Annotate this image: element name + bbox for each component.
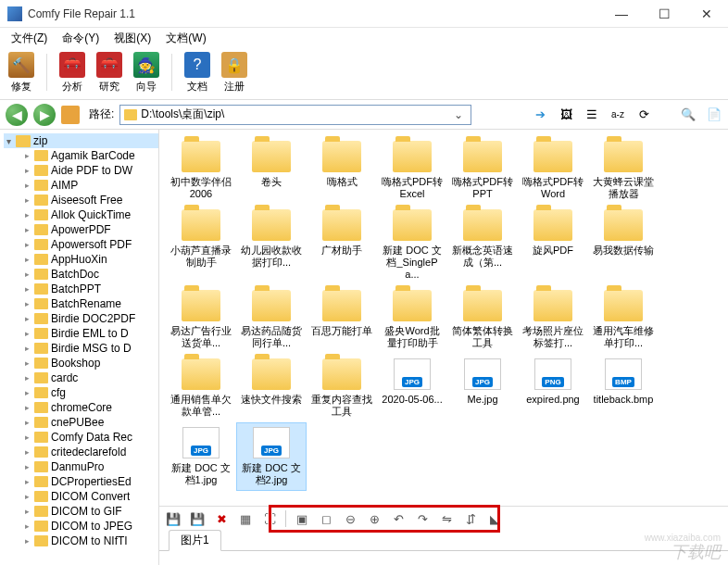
file-item[interactable]: 简体繁体转换工具 (448, 286, 517, 353)
file-grid[interactable]: 初中数学伴侣2006卷头嗨格式嗨格式PDF转Excel嗨格式PDF转PPT嗨格式… (159, 130, 728, 506)
tree-item[interactable]: ▸Bookshop (22, 356, 158, 370)
tool-analyze[interactable]: 🧰 分析 (56, 52, 88, 94)
file-item[interactable]: JPG2020-05-06... (378, 355, 446, 421)
file-item[interactable]: 易达药品随货同行单... (237, 286, 306, 353)
expand-icon[interactable]: ▸ (22, 166, 31, 175)
expand-icon[interactable]: ▸ (22, 373, 31, 383)
expand-icon[interactable]: ▸ (22, 210, 31, 220)
expand-icon[interactable]: ▸ (22, 344, 31, 353)
file-item[interactable]: JPGMe.jpg (448, 355, 517, 421)
path-input[interactable] (141, 108, 450, 121)
expand-icon[interactable]: ▸ (22, 536, 31, 546)
crop-icon[interactable]: ◣ (486, 510, 503, 527)
file-item[interactable]: 速快文件搜索 (237, 355, 306, 421)
tree-item[interactable]: ▸cnePUBee (22, 415, 158, 430)
tree-item[interactable]: ▸Birdie EML to D (22, 326, 158, 341)
tree-item[interactable]: ▸Agamik BarCode (22, 148, 158, 163)
expand-icon[interactable]: ▸ (22, 521, 31, 531)
tree-item[interactable]: ▸Aiseesoft Free (22, 193, 158, 207)
delete-icon[interactable]: ✖ (213, 510, 230, 527)
zoom-in-icon[interactable]: ⊕ (366, 510, 383, 527)
file-item[interactable]: 幼儿园收款收据打印... (237, 206, 306, 284)
expand-icon[interactable]: ▸ (22, 462, 31, 471)
file-item[interactable]: 盛央Word批量打印助手 (378, 286, 446, 353)
path-dropdown-icon[interactable]: ⌄ (450, 108, 467, 121)
refresh-icon[interactable]: ⟳ (635, 107, 652, 123)
expand-icon[interactable]: ▸ (22, 299, 31, 308)
view-list-icon[interactable]: ☰ (584, 107, 600, 123)
sort-icon[interactable]: a-z (609, 107, 626, 123)
tree-item[interactable]: ▸DICOM to JPEG (22, 519, 158, 534)
expand-icon[interactable]: ▸ (22, 151, 31, 160)
options-icon[interactable]: 📄 (706, 107, 722, 123)
preview-tab-1[interactable]: 图片1 (169, 530, 221, 551)
expand-icon[interactable]: ▸ (22, 477, 31, 486)
file-item[interactable]: BMPtitleback.bmp (589, 355, 658, 421)
actual-size-icon[interactable]: ◻ (318, 510, 334, 527)
file-item[interactable]: 嗨格式 (308, 137, 376, 204)
expand-icon[interactable]: ▸ (22, 388, 31, 397)
tree-root[interactable]: ▾ zip (4, 133, 158, 148)
expand-icon[interactable]: ▸ (22, 255, 31, 264)
go-icon[interactable]: ➔ (532, 107, 548, 123)
file-item[interactable]: 易我数据传输 (589, 206, 658, 284)
menu-file[interactable]: 文件(Z) (4, 29, 55, 48)
expand-icon[interactable]: ▸ (22, 329, 31, 338)
tree-item[interactable]: ▸DCPropertiesEd (22, 474, 158, 489)
tree-item[interactable]: ▸Apowersoft PDF (22, 237, 158, 252)
file-item[interactable]: PNGexpired.png (519, 355, 587, 421)
expand-icon[interactable]: ▸ (22, 181, 31, 190)
tree-item[interactable]: ▸Aide PDF to DW (22, 163, 158, 178)
expand-icon[interactable]: ▸ (22, 195, 31, 205)
rotate-left-icon[interactable]: ↶ (390, 510, 407, 527)
tree-item[interactable]: ▸DICOM to GIF (22, 504, 158, 519)
tool-repair[interactable]: 🔨 修复 (6, 52, 37, 94)
flip-v-icon[interactable]: ⇵ (462, 510, 479, 527)
menu-doc[interactable]: 文档(W) (158, 29, 213, 48)
file-item[interactable]: 百思万能打单 (308, 286, 376, 353)
tree-item[interactable]: ▸critedeclarefold (22, 445, 158, 459)
tree-item[interactable]: ▸cfg (22, 385, 158, 400)
file-item[interactable]: 考场照片座位标签打... (519, 286, 587, 353)
nav-forward-button[interactable]: ▶ (33, 104, 56, 126)
close-button[interactable]: ✕ (685, 0, 728, 28)
expand-icon[interactable]: ▸ (22, 403, 31, 412)
view-thumb-icon[interactable]: 🖼 (558, 107, 574, 123)
file-item[interactable]: 广材助手 (308, 206, 376, 284)
fullscreen-icon[interactable]: ⛶ (261, 510, 278, 527)
file-item[interactable]: 初中数学伴侣2006 (167, 137, 235, 204)
tree-item[interactable]: ▸ApowerPDF (22, 222, 158, 237)
tree-item[interactable]: ▸BatchRename (22, 296, 158, 311)
collapse-icon[interactable]: ▾ (4, 136, 13, 146)
tool-wizard[interactable]: 🧙 向导 (131, 52, 162, 94)
maximize-button[interactable]: ☐ (643, 0, 685, 28)
tree-item[interactable]: ▸Comfy Data Rec (22, 430, 158, 445)
tree-item[interactable]: ▸Birdie MSG to D (22, 341, 158, 356)
tree-item[interactable]: ▸DanmuPro (22, 459, 158, 474)
expand-icon[interactable]: ▸ (22, 270, 31, 279)
tool-doc[interactable]: ? 文档 (182, 52, 213, 94)
tree-item[interactable]: ▸Birdie DOC2PDF (22, 311, 158, 326)
expand-icon[interactable]: ▸ (22, 284, 31, 294)
tree-item[interactable]: ▸chromeCore (22, 400, 158, 415)
minimize-button[interactable]: — (600, 0, 643, 28)
rotate-right-icon[interactable]: ↷ (414, 510, 431, 527)
file-item[interactable]: 重复内容查找工具 (308, 355, 376, 421)
menu-command[interactable]: 命令(Y) (55, 29, 107, 48)
menu-view[interactable]: 视图(X) (107, 29, 158, 48)
file-item[interactable]: 嗨格式PDF转Excel (378, 137, 446, 204)
file-item[interactable]: JPG新建 DOC 文档2.jpg (237, 423, 306, 490)
file-item[interactable]: 大黄蜂云课堂播放器 (589, 137, 658, 204)
file-item[interactable]: JPG新建 DOC 文档1.jpg (167, 423, 235, 490)
tool-register[interactable]: 🔒 注册 (219, 52, 250, 94)
expand-icon[interactable]: ▸ (22, 225, 31, 234)
save-all-icon[interactable]: 💾 (189, 510, 206, 527)
flip-h-icon[interactable]: ⇋ (438, 510, 455, 527)
expand-icon[interactable]: ▸ (22, 358, 31, 368)
file-item[interactable]: 新建 DOC 文档_SinglePa... (378, 206, 446, 284)
file-item[interactable]: 嗨格式PDF转Word (519, 137, 587, 204)
tree-item[interactable]: ▸DICOM to NIfTI (22, 534, 158, 548)
nav-up-button[interactable] (61, 106, 80, 124)
file-item[interactable]: 易达广告行业送货单... (167, 286, 235, 353)
expand-icon[interactable]: ▸ (22, 507, 31, 516)
